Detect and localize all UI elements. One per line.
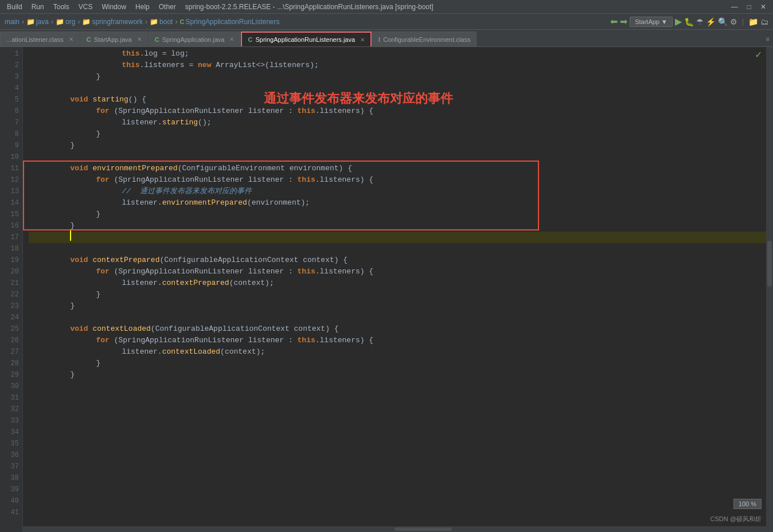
settings-icon[interactable]: ⚙ <box>730 17 737 26</box>
menu-bar: Build Run Tools VCS Window Help Other sp… <box>0 0 773 14</box>
breadcrumb-class[interactable]: SpringApplicationRunListeners <box>185 18 279 26</box>
project-icon[interactable]: 📁 <box>748 17 758 26</box>
breadcrumb-java[interactable]: java <box>36 18 49 26</box>
menu-other[interactable]: Other <box>154 0 181 13</box>
line-11: 11 <box>11 163 19 174</box>
breadcrumb-bar: main › 📁 java › 📁 org › 📁 springframewor… <box>0 14 773 30</box>
line-18: 18 <box>11 243 19 255</box>
line-6: 6 <box>15 105 19 117</box>
line-35: 35 <box>11 438 19 449</box>
line-20: 20 <box>11 266 19 277</box>
line-29: 29 <box>11 369 19 381</box>
menu-build[interactable]: Build <box>2 0 27 13</box>
breadcrumb-main[interactable]: main <box>5 18 19 26</box>
line-21: 21 <box>11 277 19 289</box>
line-22: 22 <box>11 289 19 300</box>
profile-button[interactable]: ⚡ <box>706 17 716 26</box>
line-38: 38 <box>11 472 19 484</box>
toolbar-right: ⬅ ➡ StartApp ▼ ▶ 🐛 ☂ ⚡ 🔍 ⚙ | 📁 🗂 <box>610 16 768 27</box>
code-area[interactable]: this.log = log; this.listeners = new Arr… <box>23 47 773 532</box>
line-19: 19 <box>11 255 19 266</box>
code-line-7: listener.starting(); <box>29 117 773 128</box>
line-7: 7 <box>15 117 19 128</box>
scrollbar-thumb-h[interactable] <box>395 527 452 531</box>
menu-vcs[interactable]: VCS <box>74 0 97 13</box>
line-32: 32 <box>11 404 19 415</box>
horizontal-scrollbar[interactable] <box>23 526 766 532</box>
line-4: 4 <box>15 83 19 94</box>
scrollbar-thumb-v[interactable] <box>767 241 772 287</box>
dropdown-arrow-icon: ▼ <box>661 18 667 25</box>
search-everywhere-icon[interactable]: 🔍 <box>718 17 728 26</box>
code-line-15: } <box>29 209 773 220</box>
tab-listener-class-close[interactable]: ✕ <box>69 36 73 42</box>
tab-startapp[interactable]: C StartApp.java ✕ <box>80 32 148 46</box>
tab-springapplication-icon: C <box>155 36 159 43</box>
line-24: 24 <box>11 312 19 323</box>
tab-startapp-close[interactable]: ✕ <box>137 36 142 42</box>
zoom-label: 100 % <box>739 500 756 507</box>
tab-springapprunlisteners-label: SpringApplicationRunListeners.java <box>255 36 355 43</box>
nav-forward-icon[interactable]: ➡ <box>620 16 627 27</box>
line-13: 13 <box>11 186 19 197</box>
line-1: 1 <box>15 48 19 60</box>
tab-configurableenv-icon: I <box>378 36 380 43</box>
close-btn[interactable]: ✕ <box>756 0 771 13</box>
nav-back-icon[interactable]: ⬅ <box>610 16 618 27</box>
tab-springapprunlisteners-icon: C <box>248 36 252 43</box>
menu-run[interactable]: Run <box>27 0 49 13</box>
menu-help[interactable]: Help <box>131 0 154 13</box>
code-line-31 <box>29 392 773 404</box>
line-9: 9 <box>15 140 19 151</box>
tab-configurableenv[interactable]: I ConfigurableEnvironment.class <box>372 32 477 46</box>
coverage-button[interactable]: ☂ <box>696 17 704 26</box>
code-line-3: } <box>29 71 773 83</box>
watermark-text: CSDN @硕风和炘 <box>710 515 762 523</box>
code-line-9: } <box>29 140 773 151</box>
line-14: 14 <box>11 197 19 209</box>
line-30: 30 <box>11 381 19 392</box>
tab-springapprunlisteners[interactable]: C SpringApplicationRunListeners.java ✕ <box>241 32 372 46</box>
line-34: 34 <box>11 427 19 438</box>
line-25: 25 <box>11 323 19 335</box>
run-config-label: StartApp <box>635 18 659 25</box>
code-line-23: } <box>29 300 773 312</box>
tab-springapplication[interactable]: C SpringApplication.java ✕ <box>149 32 241 46</box>
line-33: 33 <box>11 415 19 427</box>
breadcrumb-org[interactable]: org <box>65 18 75 26</box>
vertical-scrollbar[interactable] <box>766 47 773 532</box>
menu-window[interactable]: Window <box>97 0 131 13</box>
line-39: 39 <box>11 484 19 495</box>
line-17: 17 <box>11 232 19 243</box>
tab-startapp-icon: C <box>87 36 91 43</box>
line-3: 3 <box>15 71 19 83</box>
breadcrumb-boot[interactable]: boot <box>159 18 173 26</box>
code-line-2: this.listeners = new ArrayList<>(listene… <box>29 60 773 71</box>
run-button[interactable]: ▶ <box>675 16 682 27</box>
code-line-22: } <box>29 289 773 300</box>
tab-springapplication-close[interactable]: ✕ <box>229 36 234 42</box>
code-line-30 <box>29 381 773 392</box>
editor-area: 1 2 3 4 5 6 7 8 9 10 11 12 13 14 15 16 1… <box>0 47 773 532</box>
line-26: 26 <box>11 335 19 346</box>
line-37: 37 <box>11 461 19 472</box>
menu-tools[interactable]: Tools <box>49 0 74 13</box>
structure-icon[interactable]: 🗂 <box>760 17 768 26</box>
minimize-btn[interactable]: — <box>727 0 743 13</box>
code-line-16: } <box>29 220 773 232</box>
maximize-btn[interactable]: □ <box>743 0 756 13</box>
debug-button[interactable]: 🐛 <box>684 17 694 26</box>
zoom-indicator: 100 % <box>733 499 762 509</box>
tab-listener-class[interactable]: ...ationListener.class ✕ <box>0 32 80 46</box>
tab-scroll-button[interactable]: ≡ <box>763 32 773 46</box>
toolbar-separator: | <box>742 18 744 26</box>
line-31: 31 <box>11 392 19 404</box>
breadcrumb-springframework[interactable]: springframework <box>92 18 143 26</box>
line-23: 23 <box>11 300 19 312</box>
line-36: 36 <box>11 449 19 461</box>
code-line-27: listener.contextLoaded(context); <box>29 346 773 358</box>
run-config-dropdown[interactable]: StartApp ▼ <box>630 17 673 27</box>
line-40: 40 <box>11 495 19 507</box>
gutter: 1 2 3 4 5 6 7 8 9 10 11 12 13 14 15 16 1… <box>0 47 23 532</box>
tab-springapprunlisteners-close[interactable]: ✕ <box>360 37 365 43</box>
